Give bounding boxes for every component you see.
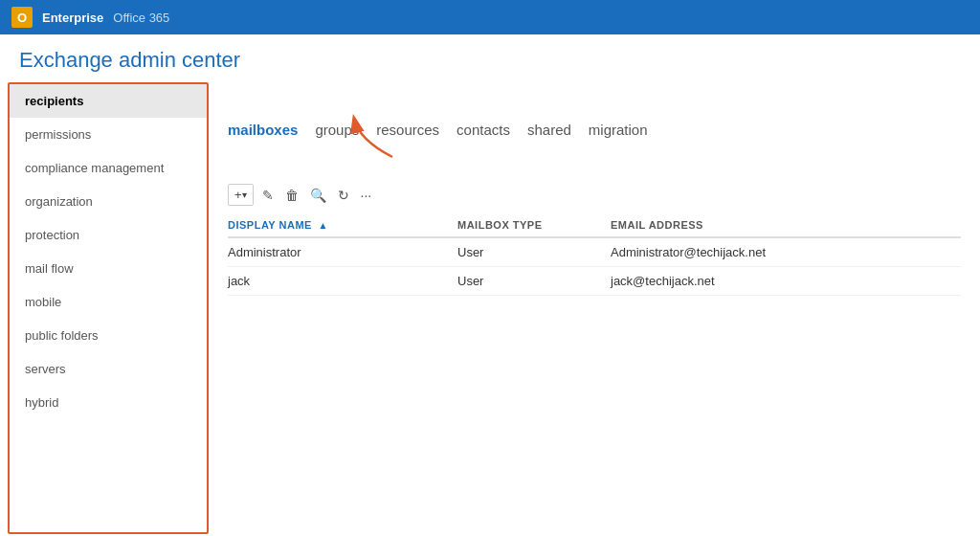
office-logo: O bbox=[11, 7, 33, 28]
sort-arrow-icon: ▲ bbox=[318, 220, 327, 231]
subnav-contacts[interactable]: contacts bbox=[457, 122, 510, 138]
subnav-shared[interactable]: shared bbox=[527, 122, 571, 138]
toolbar: + ▾ ✎ 🗑 🔍 ↻ ··· bbox=[228, 174, 961, 213]
subnav-groups[interactable]: groups bbox=[315, 122, 359, 138]
subnav-resources[interactable]: resources bbox=[376, 122, 439, 138]
page-title-area: Exchange admin center bbox=[0, 34, 980, 82]
table-row[interactable]: jack User jack@techijack.net bbox=[228, 267, 961, 296]
subnav-mailboxes[interactable]: mailboxes bbox=[228, 122, 298, 138]
sidebar-item-compliance-management[interactable]: compliance management bbox=[10, 151, 207, 185]
sidebar-item-mail-flow[interactable]: mail flow bbox=[10, 252, 207, 285]
table-row[interactable]: Administrator User Administrator@techija… bbox=[228, 237, 961, 267]
sidebar-item-servers[interactable]: servers bbox=[10, 352, 207, 386]
sidebar-item-organization[interactable]: organization bbox=[10, 185, 207, 218]
col-header-mailbox-type[interactable]: MAILBOX TYPE bbox=[457, 213, 611, 237]
delete-icon[interactable]: 🗑 bbox=[285, 188, 299, 203]
sidebar-item-protection[interactable]: protection bbox=[10, 218, 207, 252]
sidebar-item-public-folders[interactable]: public folders bbox=[10, 319, 207, 352]
content-area: mailboxes groups resources contacts shar… bbox=[209, 82, 980, 534]
sidebar-item-recipients[interactable]: recipients bbox=[10, 84, 207, 118]
table-body: Administrator User Administrator@techija… bbox=[228, 237, 961, 296]
refresh-icon[interactable]: ↻ bbox=[338, 188, 349, 203]
mailbox-table: DISPLAY NAME ▲ MAILBOX TYPE EMAIL ADDRES… bbox=[228, 213, 961, 296]
arrow-annotation bbox=[340, 111, 407, 164]
col-header-email-address[interactable]: EMAIL ADDRESS bbox=[611, 213, 961, 237]
cell-email-address: jack@techijack.net bbox=[611, 267, 961, 296]
more-icon[interactable]: ··· bbox=[361, 188, 372, 203]
main-layout: recipients permissions compliance manage… bbox=[0, 82, 980, 534]
edit-icon[interactable]: ✎ bbox=[262, 188, 274, 203]
sidebar: recipients permissions compliance manage… bbox=[8, 82, 209, 534]
enterprise-label: Enterprise bbox=[42, 11, 103, 25]
office365-label: Office 365 bbox=[113, 11, 169, 25]
sidebar-item-permissions[interactable]: permissions bbox=[10, 118, 207, 151]
sidebar-item-hybrid[interactable]: hybrid bbox=[10, 386, 207, 419]
sub-nav: mailboxes groups resources contacts shar… bbox=[228, 82, 961, 174]
cell-mailbox-type: User bbox=[457, 237, 611, 267]
col-header-display-name[interactable]: DISPLAY NAME ▲ bbox=[228, 213, 457, 237]
topbar: O Enterprise Office 365 bbox=[0, 0, 980, 34]
cell-email-address: Administrator@techijack.net bbox=[611, 237, 961, 267]
search-icon[interactable]: 🔍 bbox=[310, 188, 326, 203]
add-dropdown-icon: ▾ bbox=[242, 190, 247, 200]
table-header: DISPLAY NAME ▲ MAILBOX TYPE EMAIL ADDRES… bbox=[228, 213, 961, 237]
cell-display-name: Administrator bbox=[228, 237, 457, 267]
sidebar-item-mobile[interactable]: mobile bbox=[10, 285, 207, 319]
cell-mailbox-type: User bbox=[457, 267, 611, 296]
add-button[interactable]: + ▾ bbox=[228, 184, 254, 206]
subnav-migration[interactable]: migration bbox=[589, 122, 648, 138]
cell-display-name: jack bbox=[228, 267, 457, 296]
page-title: Exchange admin center bbox=[19, 48, 961, 73]
add-icon: + bbox=[234, 188, 242, 202]
